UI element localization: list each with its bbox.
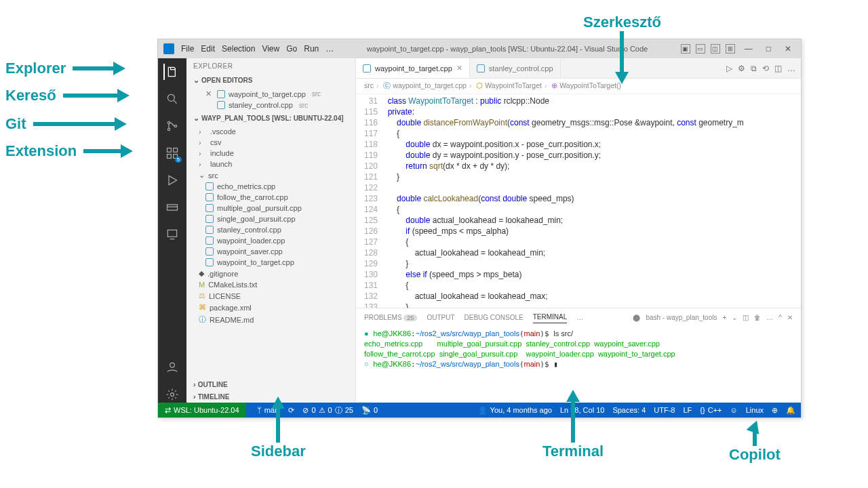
folder-item[interactable]: csv xyxy=(186,137,355,148)
trash-icon[interactable]: 🗑 xyxy=(754,314,761,321)
breadcrumb[interactable]: src› ⓒ waypoint_to_target.cpp› ⬡ Waypoin… xyxy=(356,79,801,94)
tab-stanley-control[interactable]: stanley_control.cpp xyxy=(470,58,561,78)
menu-go[interactable]: Go xyxy=(286,44,297,54)
menu-edit[interactable]: Edit xyxy=(201,44,215,54)
close-window-button[interactable]: ✕ xyxy=(781,44,795,54)
ports-indicator[interactable]: 📡0 xyxy=(361,406,378,415)
panel-tab-terminal[interactable]: TERMINAL xyxy=(533,311,568,323)
refresh-icon[interactable]: ⟲ xyxy=(762,64,769,73)
remote-explorer-icon[interactable] xyxy=(164,199,180,216)
git-file-icon: ◆ xyxy=(199,269,204,278)
search-icon[interactable] xyxy=(164,91,180,107)
run-icon[interactable]: ▷ xyxy=(726,64,732,73)
language-mode[interactable]: {} C++ xyxy=(700,406,722,414)
split-terminal-icon[interactable]: ◫ xyxy=(743,314,749,321)
folder-item[interactable]: .vscode xyxy=(186,126,355,137)
more-icon[interactable]: … xyxy=(787,64,795,73)
compare-icon[interactable]: ⧉ xyxy=(751,64,757,73)
layout-primary-icon[interactable]: ▣ xyxy=(681,44,690,54)
run-debug-icon[interactable] xyxy=(164,172,180,188)
titlebar: File Edit Selection View Go Run … waypoi… xyxy=(158,39,801,58)
file-item[interactable]: stanley_control.cpp xyxy=(186,224,355,235)
outline-header[interactable]: OUTLINE xyxy=(186,378,355,390)
tab-waypoint-to-target[interactable]: waypoint_to_target.cpp✕ xyxy=(356,58,470,78)
terminal-dropdown-icon[interactable]: ⌄ xyxy=(732,314,737,321)
code-content[interactable]: class WaypointToTarget : public rclcpp::… xyxy=(383,94,801,308)
layout-side-icon[interactable]: ◫ xyxy=(711,44,720,54)
file-item[interactable]: waypoint_to_target.cpp xyxy=(186,257,355,268)
encoding[interactable]: UTF-8 xyxy=(654,406,675,414)
eol[interactable]: LF xyxy=(683,406,692,414)
minimize-button[interactable]: — xyxy=(741,44,757,54)
chevron-right-icon xyxy=(199,160,207,168)
file-item[interactable]: multiple_goal_pursuit.cpp xyxy=(186,203,355,214)
cpp-file-icon xyxy=(217,101,225,109)
extensions-icon[interactable]: 5 xyxy=(164,145,180,161)
settings-gear-icon[interactable] xyxy=(164,386,180,403)
file-item[interactable]: ⓘ README.md xyxy=(186,313,355,326)
folder-item[interactable]: launch xyxy=(186,159,355,169)
code-editor[interactable]: 31 115 116 117 118 119 120 121 122 123 1… xyxy=(356,94,801,308)
workspace-header[interactable]: WAYP_PLAN_TOOLS [WSL: UBUNTU-22.04] xyxy=(186,112,355,125)
os-indicator[interactable]: Linux xyxy=(746,406,764,414)
gear-icon[interactable]: ⚙ xyxy=(738,64,745,73)
panel-tab-more[interactable]: … xyxy=(576,312,583,323)
panel-tab-problems[interactable]: PROBLEMS 25 xyxy=(364,312,417,323)
menu-selection[interactable]: Selection xyxy=(222,44,255,54)
accounts-icon[interactable] xyxy=(164,359,180,375)
chevron-right-icon xyxy=(199,138,207,146)
layout-custom-icon[interactable]: ⊞ xyxy=(726,44,735,54)
split-icon[interactable]: ◫ xyxy=(774,64,782,73)
xml-file-icon: ⌘ xyxy=(199,303,206,312)
file-item[interactable]: M CMakeLists.txt xyxy=(186,279,355,290)
title-controls: ▣ ▭ ◫ ⊞ — □ ✕ xyxy=(681,44,795,54)
activity-bar: 5 xyxy=(158,58,186,403)
more-icon[interactable]: … xyxy=(766,314,773,321)
open-editor-item[interactable]: ✕waypoint_to_target.cppsrc xyxy=(186,88,355,100)
vscode-window: File Edit Selection View Go Run … waypoi… xyxy=(157,39,802,418)
layout-panel-icon[interactable]: ▭ xyxy=(696,44,705,54)
file-item[interactable]: waypoint_saver.cpp xyxy=(186,246,355,257)
svg-rect-4 xyxy=(167,148,172,152)
indentation[interactable]: Spaces: 4 xyxy=(612,406,646,414)
file-item[interactable]: ◆ .gitignore xyxy=(186,268,355,279)
panel-tab-output[interactable]: OUTPUT xyxy=(427,312,454,323)
annotation-git: Git xyxy=(5,115,127,133)
folder-src[interactable]: ⌄ src xyxy=(186,169,355,181)
open-editor-item[interactable]: stanley_control.cppsrc xyxy=(186,100,355,110)
panel-tab-debug[interactable]: DEBUG CONSOLE xyxy=(464,312,523,323)
panel-tabs: PROBLEMS 25 OUTPUT DEBUG CONSOLE TERMINA… xyxy=(356,308,801,326)
problems-indicator[interactable]: ⊘0 ⚠0 ⓘ25 xyxy=(302,405,353,415)
source-control-icon[interactable] xyxy=(164,118,180,134)
sidebar: EXPLORER OPEN EDITORS ✕waypoint_to_targe… xyxy=(186,58,356,403)
line-numbers: 31 115 116 117 118 119 120 121 122 123 1… xyxy=(356,94,383,308)
open-editors-header[interactable]: OPEN EDITORS xyxy=(186,74,355,87)
new-terminal-button[interactable]: + xyxy=(722,314,726,321)
copilot-icon[interactable]: ☺ xyxy=(730,406,737,414)
file-item[interactable]: ⌘ package.xml xyxy=(186,302,355,313)
feedback-icon[interactable]: ⊕ xyxy=(772,406,778,415)
file-item[interactable]: single_goal_pursuit.cpp xyxy=(186,214,355,224)
maximize-button[interactable]: □ xyxy=(762,44,775,54)
explorer-icon[interactable] xyxy=(163,64,180,80)
menu-view[interactable]: View xyxy=(262,44,279,54)
menu-file[interactable]: File xyxy=(181,44,194,54)
file-item[interactable]: waypoint_loader.cpp xyxy=(186,235,355,246)
file-item[interactable]: follow_the_carrot.cpp xyxy=(186,192,355,203)
cpp-file-icon xyxy=(217,90,225,98)
annotation-szerkeszto: Szerkesztő xyxy=(583,14,661,84)
file-item[interactable]: echo_metrics.cpp xyxy=(186,181,355,192)
menu-run[interactable]: Run xyxy=(304,44,319,54)
terminal-label[interactable]: bash - wayp_plan_tools xyxy=(646,314,717,321)
close-icon[interactable]: ✕ xyxy=(205,89,214,98)
remote-wsl-indicator[interactable]: ⇄ WSL: Ubuntu-22.04 xyxy=(158,403,246,418)
file-item[interactable]: ⚖ LICENSE xyxy=(186,290,355,302)
menu-more[interactable]: … xyxy=(326,44,334,54)
close-icon[interactable]: ✕ xyxy=(456,64,462,73)
git-blame[interactable]: 👤 You, 4 months ago xyxy=(478,406,552,415)
maximize-panel-icon[interactable]: ^ xyxy=(778,314,782,321)
test-icon[interactable] xyxy=(164,226,180,243)
close-panel-icon[interactable]: ✕ xyxy=(787,314,793,321)
notifications-icon[interactable]: 🔔 xyxy=(786,406,795,415)
folder-item[interactable]: include xyxy=(186,148,355,159)
